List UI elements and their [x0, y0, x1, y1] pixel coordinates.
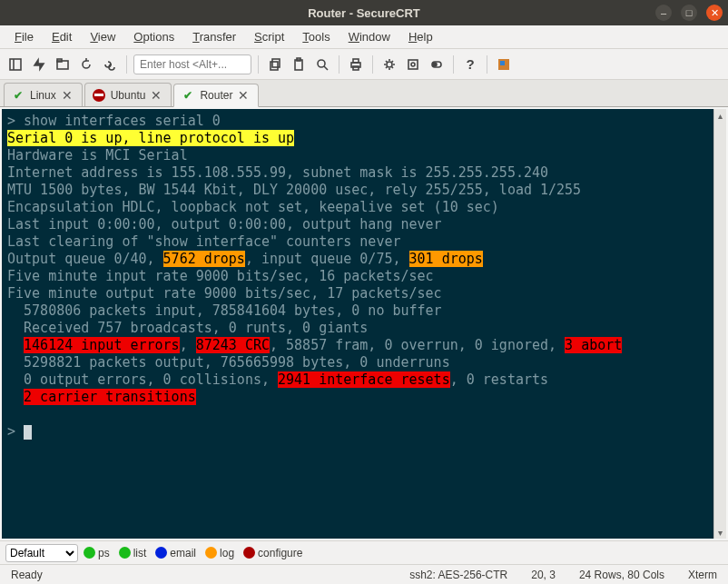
help-icon[interactable]: ?	[460, 54, 480, 74]
toolbar-separator	[453, 55, 454, 74]
reconnect-all-icon[interactable]	[100, 54, 120, 74]
titlebar: Router - SecureCRT – □ ✕	[0, 0, 728, 25]
status-dims: 24 Rows, 80 Cols	[576, 569, 668, 581]
host-input[interactable]	[133, 54, 251, 74]
status-cursor: 20, 3	[527, 569, 559, 581]
toolbar-separator	[339, 55, 339, 74]
menu-transfer[interactable]: Transfer	[185, 27, 243, 46]
svg-point-17	[433, 63, 437, 66]
menu-script[interactable]: Script	[247, 27, 291, 46]
status-dot-icon	[119, 547, 131, 559]
menu-file[interactable]: File	[7, 27, 41, 46]
tab-linux[interactable]: Linux✕	[4, 83, 83, 106]
icon-button[interactable]	[494, 54, 514, 74]
scroll-up-icon[interactable]: ▴	[714, 109, 726, 122]
copy-icon[interactable]	[265, 54, 285, 74]
menu-edit[interactable]: Edit	[44, 27, 79, 46]
svg-rect-19	[500, 61, 505, 65]
button-log[interactable]: log	[205, 547, 234, 559]
toggle-icon[interactable]	[427, 54, 447, 74]
button-ps[interactable]: ps	[84, 547, 110, 559]
paste-icon[interactable]	[289, 54, 309, 74]
terminal-area: > show interfaces serial 0 Serial 0 is u…	[0, 107, 728, 540]
button-label: configure	[258, 547, 302, 559]
toolbar-separator	[258, 55, 259, 74]
menu-window[interactable]: Window	[341, 27, 398, 46]
window-controls: – □ ✕	[655, 5, 723, 21]
toolbar-separator	[372, 55, 373, 74]
check-icon	[12, 89, 25, 102]
tab-close-icon[interactable]: ✕	[151, 89, 162, 102]
svg-rect-12	[353, 66, 359, 70]
button-configure[interactable]: configure	[243, 547, 302, 559]
tab-close-icon[interactable]: ✕	[238, 89, 249, 102]
status-dot-icon	[243, 547, 255, 559]
check-icon	[182, 89, 194, 102]
scroll-track[interactable]	[714, 122, 726, 526]
close-button[interactable]: ✕	[706, 5, 723, 21]
status-ssh: ssh2: AES-256-CTR	[406, 569, 511, 581]
scroll-down-icon[interactable]: ▾	[714, 526, 726, 539]
button-label: log	[220, 547, 234, 559]
svg-rect-0	[10, 59, 21, 70]
menubar: FileEditViewOptionsTransferScriptToolsWi…	[0, 25, 728, 49]
vertical-scrollbar[interactable]: ▴ ▾	[713, 109, 726, 539]
quick-connect-icon[interactable]	[29, 54, 49, 74]
statusbar: Ready ssh2: AES-256-CTR 20, 3 24 Rows, 8…	[0, 564, 728, 584]
svg-point-15	[411, 63, 415, 66]
tabbar: Linux✕Ubuntu✕Router✕	[0, 80, 728, 107]
svg-line-9	[324, 66, 328, 70]
svg-rect-11	[353, 59, 359, 63]
status-dot-icon	[84, 547, 95, 559]
menu-view[interactable]: View	[83, 27, 123, 46]
button-email[interactable]: email	[155, 547, 196, 559]
connect-tabbed-icon[interactable]	[53, 54, 73, 74]
status-dot-icon	[205, 547, 217, 559]
terminal[interactable]: > show interfaces serial 0 Serial 0 is u…	[2, 109, 713, 539]
status-ready: Ready	[7, 569, 46, 581]
menu-options[interactable]: Options	[126, 27, 182, 46]
print-icon[interactable]	[346, 54, 366, 74]
tab-label: Linux	[30, 89, 56, 102]
session-select[interactable]: Default	[5, 544, 78, 562]
button-list[interactable]: list	[119, 547, 147, 559]
find-icon[interactable]	[312, 54, 332, 74]
menu-tools[interactable]: Tools	[295, 27, 337, 46]
reconnect-icon[interactable]	[76, 54, 96, 74]
menu-help[interactable]: Help	[401, 27, 440, 46]
tab-ubuntu[interactable]: Ubuntu✕	[84, 83, 172, 106]
svg-rect-14	[408, 60, 418, 69]
button-label: list	[133, 547, 147, 559]
button-label: email	[170, 547, 196, 559]
button-label: ps	[98, 547, 110, 559]
svg-point-13	[387, 62, 392, 67]
tab-close-icon[interactable]: ✕	[62, 89, 73, 102]
minimize-button[interactable]: –	[655, 5, 672, 21]
maximize-button[interactable]: □	[681, 5, 697, 21]
tab-router[interactable]: Router✕	[173, 84, 259, 107]
tab-label: Router	[200, 89, 232, 102]
status-term-type: Xterm	[684, 569, 721, 581]
toolbar: ?	[0, 49, 728, 80]
disconnect-icon	[93, 89, 105, 102]
tab-label: Ubuntu	[111, 89, 146, 102]
session-manager-icon[interactable]	[5, 54, 25, 74]
toolbar-separator	[487, 55, 487, 74]
button-bar: Default pslistemaillogconfigure	[0, 540, 728, 564]
status-dot-icon	[155, 547, 167, 559]
window-title: Router - SecureCRT	[308, 6, 420, 20]
global-options-icon[interactable]	[403, 54, 423, 74]
toolbar-separator	[126, 55, 127, 74]
session-options-icon[interactable]	[379, 54, 399, 74]
svg-point-8	[318, 60, 325, 67]
